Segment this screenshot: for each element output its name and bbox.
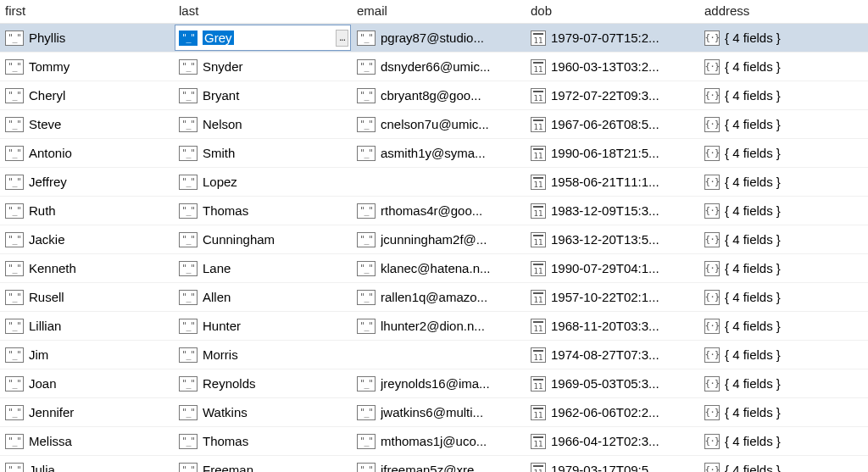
cell-address[interactable]: { 4 fields }: [699, 341, 868, 369]
cell-email[interactable]: jfreeman5z@xre...: [352, 456, 526, 473]
cell-email[interactable]: pgray87@studio...: [352, 24, 526, 53]
cell-last[interactable]: Thomas: [174, 427, 352, 456]
cell-email[interactable]: jreynolds16@ima...: [352, 369, 526, 398]
cell-dob[interactable]: 1963-12-20T13:5...: [526, 225, 699, 254]
cell-dob[interactable]: 1990-06-18T21:5...: [526, 139, 699, 168]
cell-email[interactable]: rallen1q@amazo...: [352, 283, 526, 312]
table-row[interactable]: SteveNelsoncnelson7u@umic...1967-06-26T0…: [0, 110, 868, 139]
table-row[interactable]: PhyllisGrey...pgray87@studio...1979-07-0…: [0, 24, 868, 53]
cell-address[interactable]: { 4 fields }: [699, 24, 868, 53]
cell-email[interactable]: lhunter2@dion.n...: [352, 312, 526, 341]
cell-dob[interactable]: 1967-06-26T08:5...: [526, 110, 699, 139]
cell-last[interactable]: Lopez: [174, 168, 352, 197]
cell-address[interactable]: { 4 fields }: [699, 139, 868, 168]
cell-last[interactable]: Grey...: [174, 24, 352, 53]
cell-first[interactable]: Rusell: [0, 283, 174, 312]
table-row[interactable]: RuthThomasrthomas4r@goo...1983-12-09T15:…: [0, 197, 868, 225]
table-row[interactable]: JimMorris1974-08-27T07:3...{ 4 fields }: [0, 341, 868, 369]
data-grid[interactable]: first last email dob address PhyllisGrey…: [0, 0, 868, 472]
cell-dob[interactable]: 1983-12-09T15:3...: [526, 197, 699, 225]
cell-first[interactable]: Jackie: [0, 225, 174, 254]
cell-last[interactable]: Morris: [174, 341, 352, 369]
cell-address[interactable]: { 4 fields }: [699, 369, 868, 398]
cell-email[interactable]: klanec@hatena.n...: [352, 254, 526, 283]
cell-address[interactable]: { 4 fields }: [699, 81, 868, 110]
cell-first[interactable]: Tommy: [0, 53, 174, 81]
cell-email[interactable]: jwatkins6@multi...: [352, 398, 526, 427]
table-row[interactable]: RusellAllenrallen1q@amazo...1957-10-22T0…: [0, 283, 868, 312]
cell-email[interactable]: asmith1y@syma...: [352, 139, 526, 168]
cell-last[interactable]: Bryant: [174, 81, 352, 110]
cell-email[interactable]: mthomas1j@uco...: [352, 427, 526, 456]
table-row[interactable]: CherylBryantcbryant8g@goo...1972-07-22T0…: [0, 81, 868, 110]
cell-address[interactable]: { 4 fields }: [699, 254, 868, 283]
cell-address[interactable]: { 4 fields }: [699, 456, 868, 473]
cell-first[interactable]: Ruth: [0, 197, 174, 225]
cell-dob[interactable]: 1968-11-20T03:3...: [526, 312, 699, 341]
col-header-dob[interactable]: dob: [526, 0, 699, 24]
cell-address[interactable]: { 4 fields }: [699, 197, 868, 225]
cell-dob[interactable]: 1957-10-22T02:1...: [526, 283, 699, 312]
cell-first[interactable]: Steve: [0, 110, 174, 139]
table-row[interactable]: KennethLaneklanec@hatena.n...1990-07-29T…: [0, 254, 868, 283]
cell-last[interactable]: Thomas: [174, 197, 352, 225]
cell-dob[interactable]: 1974-08-27T07:3...: [526, 341, 699, 369]
cell-editor-ellipsis-button[interactable]: ...: [336, 30, 348, 47]
cell-first[interactable]: Kenneth: [0, 254, 174, 283]
cell-email[interactable]: [352, 341, 526, 369]
cell-address[interactable]: { 4 fields }: [699, 283, 868, 312]
col-header-address[interactable]: address: [699, 0, 868, 24]
cell-dob[interactable]: 1972-07-22T09:3...: [526, 81, 699, 110]
cell-first[interactable]: Antonio: [0, 139, 174, 168]
cell-dob[interactable]: 1979-07-07T15:2...: [526, 24, 699, 53]
table-row[interactable]: JackieCunninghamjcunningham2f@...1963-12…: [0, 225, 868, 254]
cell-dob[interactable]: 1960-03-13T03:2...: [526, 53, 699, 81]
table-row[interactable]: MelissaThomasmthomas1j@uco...1966-04-12T…: [0, 427, 868, 456]
cell-first[interactable]: Jim: [0, 341, 174, 369]
cell-address[interactable]: { 4 fields }: [699, 398, 868, 427]
cell-email[interactable]: dsnyder66@umic...: [352, 53, 526, 81]
cell-last[interactable]: Smith: [174, 139, 352, 168]
cell-dob[interactable]: 1958-06-21T11:1...: [526, 168, 699, 197]
cell-email[interactable]: [352, 168, 526, 197]
table-row[interactable]: TommySnyderdsnyder66@umic...1960-03-13T0…: [0, 53, 868, 81]
cell-dob[interactable]: 1966-04-12T02:3...: [526, 427, 699, 456]
cell-email[interactable]: cbryant8g@goo...: [352, 81, 526, 110]
cell-first[interactable]: Melissa: [0, 427, 174, 456]
cell-email[interactable]: jcunningham2f@...: [352, 225, 526, 254]
cell-last[interactable]: Freeman: [174, 456, 352, 473]
cell-dob[interactable]: 1969-05-03T05:3...: [526, 369, 699, 398]
cell-last[interactable]: Lane: [174, 254, 352, 283]
table-row[interactable]: JeffreyLopez1958-06-21T11:1...{ 4 fields…: [0, 168, 868, 197]
cell-value[interactable]: Grey: [203, 31, 234, 45]
table-row[interactable]: JuliaFreemanjfreeman5z@xre...1979-03-17T…: [0, 456, 868, 473]
cell-first[interactable]: Joan: [0, 369, 174, 398]
cell-last[interactable]: Cunningham: [174, 225, 352, 254]
cell-email[interactable]: rthomas4r@goo...: [352, 197, 526, 225]
cell-address[interactable]: { 4 fields }: [699, 225, 868, 254]
cell-address[interactable]: { 4 fields }: [699, 53, 868, 81]
table-row[interactable]: JenniferWatkinsjwatkins6@multi...1962-06…: [0, 398, 868, 427]
col-header-first[interactable]: first: [0, 0, 174, 24]
cell-last[interactable]: Reynolds: [174, 369, 352, 398]
cell-address[interactable]: { 4 fields }: [699, 312, 868, 341]
cell-first[interactable]: Phyllis: [0, 24, 174, 53]
cell-first[interactable]: Cheryl: [0, 81, 174, 110]
cell-dob[interactable]: 1979-03-17T09:5...: [526, 456, 699, 473]
cell-first[interactable]: Jennifer: [0, 398, 174, 427]
cell-first[interactable]: Lillian: [0, 312, 174, 341]
table-row[interactable]: AntonioSmithasmith1y@syma...1990-06-18T2…: [0, 139, 868, 168]
col-header-email[interactable]: email: [352, 0, 526, 24]
table-row[interactable]: JoanReynoldsjreynolds16@ima...1969-05-03…: [0, 369, 868, 398]
cell-address[interactable]: { 4 fields }: [699, 427, 868, 456]
cell-last[interactable]: Snyder: [174, 53, 352, 81]
col-header-last[interactable]: last: [174, 0, 352, 24]
cell-email[interactable]: cnelson7u@umic...: [352, 110, 526, 139]
cell-last[interactable]: Hunter: [174, 312, 352, 341]
cell-first[interactable]: Julia: [0, 456, 174, 473]
table-row[interactable]: LillianHunterlhunter2@dion.n...1968-11-2…: [0, 312, 868, 341]
cell-dob[interactable]: 1962-06-06T02:2...: [526, 398, 699, 427]
cell-last[interactable]: Watkins: [174, 398, 352, 427]
cell-address[interactable]: { 4 fields }: [699, 168, 868, 197]
cell-first[interactable]: Jeffrey: [0, 168, 174, 197]
